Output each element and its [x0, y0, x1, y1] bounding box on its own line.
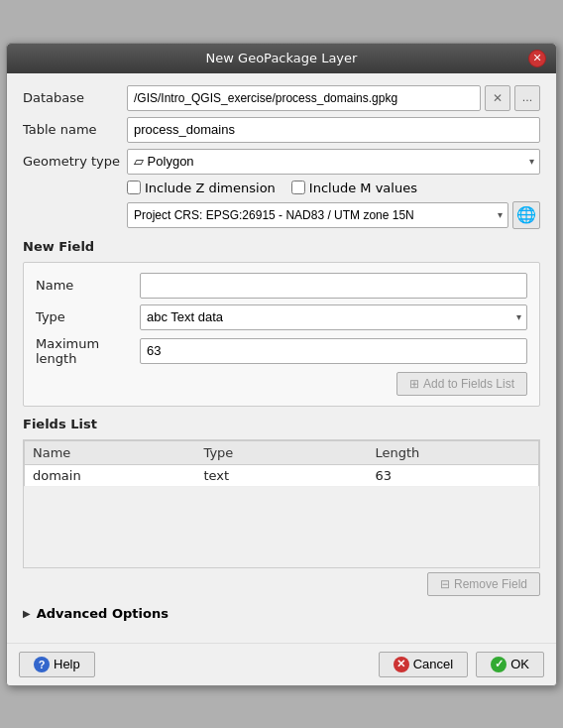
database-row: Database ✕ ... [23, 85, 540, 111]
advanced-triangle-icon: ▶ [23, 608, 31, 619]
clear-icon: ✕ [493, 91, 503, 105]
clear-database-button[interactable]: ✕ [485, 85, 510, 111]
include-z-checkbox[interactable] [127, 181, 141, 194]
max-length-input[interactable] [140, 338, 527, 364]
field-type-wrapper: abc Text data ▾ [140, 304, 527, 330]
globe-icon: 🌐 [516, 205, 536, 224]
field-type-row: Type abc Text data ▾ [36, 304, 527, 330]
browse-icon: ... [522, 91, 533, 104]
field-name-label: Name [36, 278, 140, 293]
fields-list-title: Fields List [23, 417, 540, 431]
advanced-options-label: Advanced Options [37, 606, 169, 621]
crs-select[interactable]: Project CRS: EPSG:26915 - NAD83 / UTM zo… [127, 202, 508, 228]
help-icon: ? [34, 657, 50, 672]
new-field-title: New Field [23, 239, 540, 254]
include-z-label: Include Z dimension [127, 181, 276, 195]
field-type-select[interactable]: abc Text data [140, 304, 527, 330]
dimension-options-row: Include Z dimension Include M values [127, 181, 540, 195]
cancel-button[interactable]: ✕ Cancel [379, 652, 468, 677]
table-name-label: Table name [23, 122, 127, 137]
dialog-footer: ? Help ✕ Cancel ✓ OK [7, 643, 556, 685]
database-label: Database [23, 90, 127, 105]
new-field-box: Name Type abc Text data ▾ Maximum lengt [23, 262, 540, 407]
crs-globe-button[interactable]: 🌐 [512, 201, 540, 229]
dialog-content: Database ✕ ... Table name Geometry type … [7, 73, 556, 643]
max-length-row: Maximum length [36, 336, 527, 366]
database-input[interactable] [127, 85, 481, 111]
geometry-type-wrapper: ▱ Polygon ▾ [127, 149, 540, 175]
crs-row: Project CRS: EPSG:26915 - NAD83 / UTM zo… [127, 201, 540, 229]
geometry-type-select[interactable]: ▱ Polygon [127, 149, 540, 175]
footer-buttons: ✕ Cancel ✓ OK [379, 652, 544, 677]
ok-button[interactable]: ✓ OK [476, 652, 544, 677]
add-to-fields-button[interactable]: ⊞ Add to Fields List [396, 372, 527, 396]
add-icon: ⊞ [409, 377, 419, 391]
geometry-type-row: Geometry type ▱ Polygon ▾ [23, 149, 540, 175]
close-button[interactable]: ✕ [528, 50, 546, 67]
geometry-type-label: Geometry type [23, 154, 127, 169]
field-name-input[interactable] [140, 273, 527, 299]
ok-icon: ✓ [491, 657, 507, 672]
include-m-label: Include M values [291, 181, 417, 195]
include-m-checkbox[interactable] [291, 181, 305, 194]
remove-field-button[interactable]: ⊟ Remove Field [427, 572, 540, 596]
max-length-label: Maximum length [36, 336, 140, 366]
fields-table-wrapper: Name Type Length domaintext63 [23, 439, 540, 568]
table-row[interactable]: domaintext63 [25, 464, 539, 486]
close-icon: ✕ [532, 52, 541, 64]
fields-table: Name Type Length domaintext63 [24, 440, 539, 487]
col-type-header: Type [196, 440, 368, 464]
advanced-options-row[interactable]: ▶ Advanced Options [23, 606, 540, 621]
fields-list-section: Fields List Name Type Length domaintext6… [23, 417, 540, 596]
table-name-input[interactable] [127, 117, 540, 143]
title-bar: New GeoPackage Layer ✕ [7, 44, 556, 73]
field-type-label: Type [36, 309, 140, 324]
add-button-row: ⊞ Add to Fields List [36, 372, 527, 396]
database-field-group: ✕ ... [127, 85, 540, 111]
crs-select-wrapper: Project CRS: EPSG:26915 - NAD83 / UTM zo… [127, 202, 508, 228]
new-field-section: New Field Name Type abc Text data ▾ [23, 239, 540, 407]
dialog-container: New GeoPackage Layer ✕ Database ✕ ... Ta… [6, 43, 557, 686]
col-name-header: Name [25, 440, 196, 464]
remove-button-row: ⊟ Remove Field [23, 572, 540, 596]
field-name-row: Name [36, 273, 527, 299]
table-name-row: Table name [23, 117, 540, 143]
dialog-title: New GeoPackage Layer [35, 51, 528, 65]
col-length-header: Length [368, 440, 539, 464]
browse-database-button[interactable]: ... [514, 85, 540, 111]
table-header-row: Name Type Length [25, 440, 539, 464]
remove-icon: ⊟ [440, 577, 450, 591]
help-button[interactable]: ? Help [19, 652, 95, 677]
cancel-icon: ✕ [394, 657, 409, 672]
